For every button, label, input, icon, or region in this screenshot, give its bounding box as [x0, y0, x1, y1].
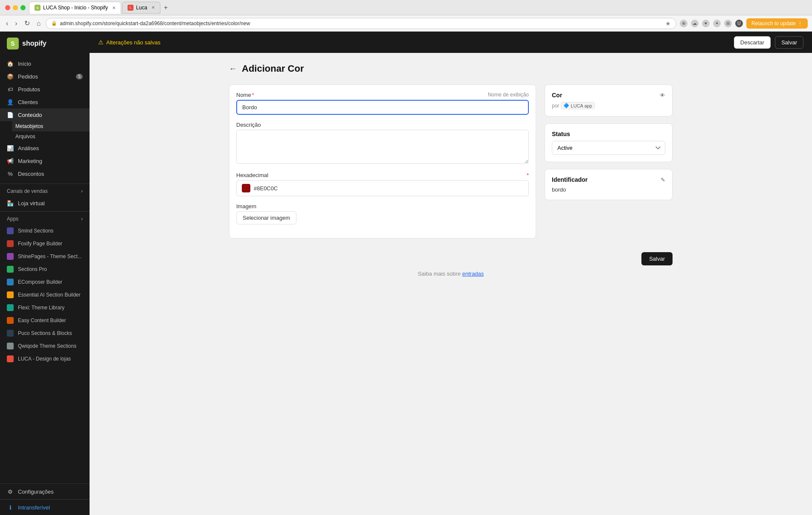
warning-text: Alterações não salvas	[106, 39, 160, 46]
cor-edit-icon[interactable]: 👁	[660, 92, 665, 99]
sidebar-item-analises[interactable]: 📊 Análises	[0, 142, 90, 154]
sidebar-item-luca[interactable]: LUCA - Design de lojas	[0, 352, 90, 365]
minimize-dot[interactable]	[13, 5, 18, 10]
sidebar-item-pedidos[interactable]: 📦 Pedidos 5	[0, 70, 90, 83]
tab-luca[interactable]: L Luca ✕	[122, 2, 160, 14]
apps-list: Smind Sections Foxify Page Builder Shine…	[0, 224, 90, 365]
sidebar-item-loja-virtual[interactable]: 🏪 Loja virtual	[0, 197, 90, 209]
home-button[interactable]: ⌂	[35, 19, 43, 28]
hex-required-star: *	[527, 172, 529, 178]
app-icon-sections-pro	[7, 266, 14, 273]
forward-button[interactable]: ›	[13, 19, 19, 28]
sidebar-app-label-ecomposer: EComposer Builder	[18, 279, 62, 285]
pedidos-icon: 📦	[7, 73, 14, 80]
back-button-page[interactable]: ←	[229, 64, 237, 73]
url-text: admin.shopify.com/store/quickstart-da2a6…	[60, 20, 250, 26]
new-tab-button[interactable]: +	[161, 3, 170, 12]
app-icon-puco	[7, 330, 14, 337]
sidebar-item-qwiqode[interactable]: Qwiqode Theme Sections	[0, 340, 90, 352]
identificador-edit-icon[interactable]: ✎	[661, 177, 665, 183]
footer-text: Saiba mais sobre	[418, 271, 462, 277]
back-button[interactable]: ‹	[4, 19, 10, 28]
relaunch-label: Relaunch to update	[751, 20, 796, 26]
sidebar-item-smind[interactable]: Smind Sections	[0, 224, 90, 237]
tab-shopify-label: LUCA Shop - Inicio - Shopify	[43, 5, 108, 11]
nome-label-row: Nome* Nome de exibição	[236, 92, 529, 98]
extension-icon-1[interactable]: ⊕	[680, 20, 687, 27]
browser-tabs: S LUCA Shop - Inicio - Shopify ✕ L Luca …	[29, 2, 807, 14]
sidebar-item-loja-label: Loja virtual	[18, 200, 45, 207]
sidebar-item-marketing[interactable]: 📢 Marketing	[0, 154, 90, 167]
sidebar-item-flexi[interactable]: Flexi: Theme Library	[0, 301, 90, 314]
descricao-textarea[interactable]	[236, 130, 529, 164]
sidebar-item-ecomposer[interactable]: EComposer Builder	[0, 276, 90, 288]
sidebar-item-easy[interactable]: Easy Content Builder	[0, 314, 90, 327]
reload-button[interactable]: ↻	[23, 18, 32, 28]
url-input[interactable]: 🔒 admin.shopify.com/store/quickstart-da2…	[46, 18, 676, 29]
canais-expand-icon: ›	[81, 188, 83, 194]
footer-link[interactable]: entradas	[462, 271, 484, 277]
sidebar-item-inicio[interactable]: 🏠 Início	[0, 57, 90, 70]
sidebar-item-produtos-label: Produtos	[18, 86, 40, 93]
tab-close-luca[interactable]: ✕	[151, 5, 155, 10]
descricao-label: Descrição	[236, 122, 529, 128]
sidebar-logo[interactable]: S shopify	[0, 32, 90, 55]
marketing-icon: 📢	[7, 157, 14, 164]
tab-shopify[interactable]: S LUCA Shop - Inicio - Shopify ✕	[29, 2, 121, 14]
sidebar-item-shine[interactable]: ShinePages - Theme Sect...	[0, 250, 90, 263]
extension-icon-3[interactable]: ♥	[702, 20, 710, 27]
configuracoes-icon: ⚙	[7, 488, 14, 495]
extension-icon-4[interactable]: ✦	[713, 20, 721, 27]
sidebar-item-metaobjetos-label: Metaobjetos	[15, 123, 43, 129]
nome-input[interactable]	[236, 100, 529, 115]
nome-label: Nome*	[236, 92, 254, 98]
produtos-icon: 🏷	[7, 86, 14, 93]
extension-icon-5[interactable]: ⊞	[724, 20, 732, 27]
hex-input-wrapper[interactable]	[236, 180, 529, 196]
sidebar-item-clientes[interactable]: 👤 Clientes	[0, 96, 90, 108]
sidebar-item-puco[interactable]: Puco Sections & Blocks	[0, 327, 90, 340]
sidebar-item-essential[interactable]: Essential AI Section Builder	[0, 288, 90, 301]
sidebar-app-label-essential: Essential AI Section Builder	[18, 292, 81, 298]
discard-button[interactable]: Descartar	[734, 36, 771, 49]
select-image-button[interactable]: Selecionar imagem	[236, 211, 296, 224]
sidebar-item-intransferivel[interactable]: ℹ Intransferível	[0, 499, 90, 515]
sidebar-item-sections-pro[interactable]: Sections Pro	[0, 263, 90, 276]
sidebar-app-label-luca: LUCA - Design de lojas	[18, 356, 71, 362]
close-dot[interactable]	[5, 5, 10, 10]
sidebar-item-metaobjetos[interactable]: Metaobjetos	[12, 121, 90, 131]
app-icon-essential	[7, 291, 14, 298]
sidebar-item-descontos[interactable]: % Descontos	[0, 167, 90, 180]
extension-icon-2[interactable]: ☁	[691, 20, 699, 27]
save-button-top[interactable]: Salvar	[775, 36, 803, 49]
sidebar-app-label-puco: Puco Sections & Blocks	[18, 330, 72, 336]
sidebar-item-arquivos[interactable]: Arquivos	[12, 131, 90, 142]
status-select[interactable]: Active Inactive	[552, 141, 665, 155]
tab-close-shopify[interactable]: ✕	[112, 6, 116, 10]
sidebar-item-marketing-label: Marketing	[18, 158, 42, 164]
maximize-dot[interactable]	[20, 5, 26, 10]
sidebar-item-produtos[interactable]: 🏷 Produtos	[0, 83, 90, 96]
sidebar-app-label-shine: ShinePages - Theme Sect...	[18, 253, 82, 259]
warning-icon: ⚠	[98, 39, 104, 46]
sidebar-app-label-qwiqode: Qwiqode Theme Sections	[18, 343, 76, 349]
sidebar-app-label-flexi: Flexi: Theme Library	[18, 305, 64, 311]
canais-section-header[interactable]: Canais de vendas ›	[0, 186, 90, 197]
app-icon-smind	[7, 227, 14, 234]
imagem-group: Imagem Selecionar imagem	[236, 203, 529, 224]
sidebar-item-configuracoes[interactable]: ⚙ Configurações	[0, 484, 90, 499]
right-column: Cor 👁 por 🔷 LUCA app	[545, 84, 673, 245]
sidebar-app-label-easy: Easy Content Builder	[18, 317, 66, 323]
user-avatar[interactable]: U	[735, 20, 743, 27]
conteudo-icon: 📄	[7, 111, 14, 118]
hex-text-input[interactable]	[254, 185, 523, 192]
left-column: Nome* Nome de exibição Descrição	[229, 84, 536, 245]
relaunch-button[interactable]: Relaunch to update ⋮	[746, 18, 808, 29]
color-swatch	[242, 184, 250, 192]
save-button-bottom[interactable]: Salvar	[641, 252, 673, 265]
app-icon-luca	[7, 355, 14, 362]
sidebar-item-conteudo[interactable]: 📄 Conteúdo	[0, 108, 90, 121]
sidebar-item-foxify[interactable]: Foxify Page Builder	[0, 237, 90, 250]
apps-section-header[interactable]: Apps ›	[0, 213, 90, 224]
status-card: Status Active Inactive	[545, 123, 673, 162]
